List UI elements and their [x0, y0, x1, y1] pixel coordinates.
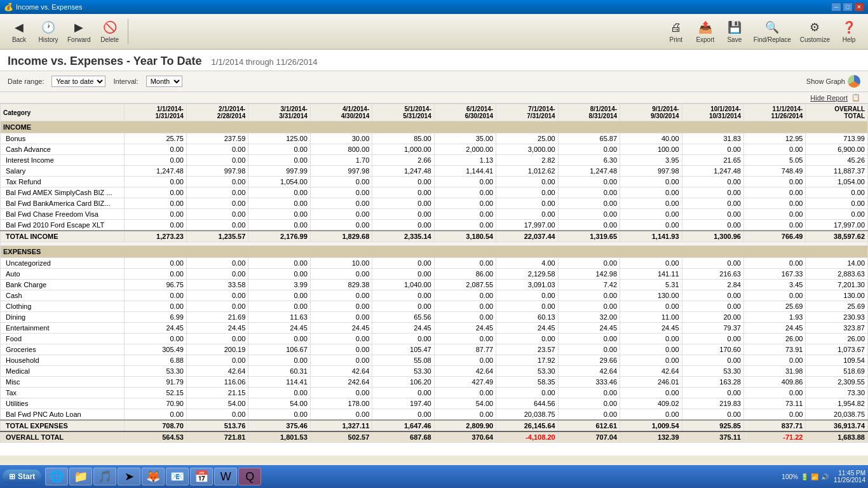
income-data-cell: 0.00: [434, 187, 496, 198]
income-data-cell: 0.00: [310, 187, 372, 198]
income-data-cell: 21.65: [682, 155, 743, 166]
expense-data-cell: 0.00: [248, 355, 310, 366]
expense-data-cell: 24.45: [434, 323, 496, 334]
income-data-cell: 0.00: [682, 198, 743, 209]
income-data-cell: 0.00: [434, 177, 496, 187]
income-data-cell: 6.30: [558, 155, 620, 166]
expense-data-cell: 0.00: [558, 409, 620, 421]
expense-data-cell: 0.00: [558, 258, 620, 269]
expense-data-cell: 0.00: [372, 290, 434, 301]
income-data-cell: 0.00: [248, 155, 310, 166]
date-range-select[interactable]: Year to date: [51, 76, 105, 87]
total-expenses-cell: 1,647.46: [372, 420, 434, 431]
expense-data-cell: 91.79: [125, 377, 186, 388]
income-data-cell: 0.00: [372, 220, 434, 231]
total-income-cell: 3,180.54: [434, 231, 496, 242]
income-data-cell: 1,247.48: [125, 166, 186, 177]
total-income-cell: 1,273.23: [125, 231, 186, 242]
expense-data-cell: 42.64: [558, 366, 620, 377]
interval-select[interactable]: Month: [146, 76, 182, 87]
income-data-cell: 65.87: [558, 133, 620, 144]
total-income-row: TOTAL INCOME1,273.231,235.572,176.991,82…: [1, 231, 868, 242]
maximize-button[interactable]: □: [843, 3, 853, 11]
income-data-cell: 3,000.00: [496, 144, 558, 155]
income-category-cell: Interest Income: [1, 155, 125, 166]
expense-data-cell: 0.00: [310, 301, 372, 312]
find-replace-button[interactable]: 🔍 Find/Replace: [750, 17, 795, 46]
expense-data-cell: 6.99: [125, 312, 186, 323]
history-button[interactable]: 🕐 History: [34, 17, 62, 46]
expense-data-cell: 0.00: [186, 258, 248, 269]
total-income-cell: 22,037.44: [496, 231, 558, 242]
expense-row: Dining6.9921.6911.630.0065.560.0060.1332…: [1, 312, 868, 323]
income-data-cell: 125.00: [248, 133, 310, 144]
expense-data-cell: 0.00: [125, 334, 186, 344]
expense-data-cell: 53.30: [496, 366, 558, 377]
show-graph-button[interactable]: Show Graph: [806, 75, 860, 88]
expense-data-cell: 323.87: [806, 323, 868, 334]
expense-data-cell: 24.45: [310, 323, 372, 334]
hide-report-button[interactable]: Hide Report: [810, 94, 848, 102]
expenses-section-header: EXPENSES: [1, 246, 868, 258]
expense-data-cell: 0.00: [434, 355, 496, 366]
income-data-cell: 2.82: [496, 155, 558, 166]
income-data-cell: 997.98: [186, 166, 248, 177]
income-category-cell: Bal Fwd AMEX SimplyCash BIZ ...: [1, 187, 125, 198]
income-data-cell: 0.00: [743, 209, 805, 220]
income-data-cell: 1,012.62: [496, 166, 558, 177]
income-data-cell: 2,000.00: [434, 144, 496, 155]
income-data-cell: 2.66: [372, 155, 434, 166]
expense-data-cell: 53.30: [372, 366, 434, 377]
help-button[interactable]: ❓ Help: [835, 17, 863, 46]
forward-button[interactable]: ▶ Forward: [64, 17, 95, 46]
customize-button[interactable]: ⚙ Customize: [796, 17, 834, 46]
expense-data-cell: 0.00: [682, 334, 743, 344]
save-button[interactable]: 💾 Save: [721, 17, 749, 46]
income-category-cell: Cash Advance: [1, 144, 125, 155]
income-data-cell: 0.00: [558, 198, 620, 209]
total-expenses-cell: 513.76: [186, 420, 248, 431]
minimize-button[interactable]: ─: [831, 3, 841, 11]
expense-data-cell: 0.00: [496, 290, 558, 301]
expense-data-cell: 17.92: [496, 355, 558, 366]
overall-total-cell: 502.57: [310, 431, 372, 443]
expense-data-cell: 0.00: [743, 290, 805, 301]
income-data-cell: 0.00: [743, 177, 805, 187]
income-data-cell: 25.00: [496, 133, 558, 144]
income-data-cell: 0.00: [125, 220, 186, 231]
back-button[interactable]: ◀ Back: [5, 17, 33, 46]
expense-data-cell: 427.49: [434, 377, 496, 388]
expense-data-cell: 0.00: [372, 334, 434, 344]
expense-data-cell: 5.31: [620, 280, 682, 290]
expense-row: Medical53.3042.6460.3142.6453.3042.6453.…: [1, 366, 868, 377]
income-data-cell: 800.00: [310, 144, 372, 155]
back-icon: ◀: [11, 20, 27, 35]
overall-total-cell: 1,683.88: [806, 431, 868, 443]
expense-data-cell: 32.00: [558, 312, 620, 323]
income-data-cell: 0.00: [743, 198, 805, 209]
expense-data-cell: 0.00: [310, 355, 372, 366]
expense-data-cell: 24.45: [125, 323, 186, 334]
total-expenses-cell: 1,327.11: [310, 420, 372, 431]
expense-data-cell: 54.00: [434, 398, 496, 409]
expense-data-cell: 42.64: [310, 366, 372, 377]
expense-category-cell: Entertainment: [1, 323, 125, 334]
income-data-cell: 1,247.48: [558, 166, 620, 177]
report-settings-icon[interactable]: 📋: [851, 93, 860, 102]
income-data-cell: 1.13: [434, 155, 496, 166]
income-expenses-table: Category 1/1/2014-1/31/2014 2/1/2014-2/2…: [0, 104, 868, 443]
print-button[interactable]: 🖨 Print: [662, 17, 690, 46]
export-button[interactable]: 📤 Export: [691, 17, 719, 46]
delete-button[interactable]: 🚫 Delete: [96, 17, 124, 46]
income-data-cell: 0.00: [186, 144, 248, 155]
total-income-cell: 1,829.68: [310, 231, 372, 242]
expense-data-cell: 0.00: [620, 355, 682, 366]
col-header-total: OVERALLTOTAL: [806, 104, 868, 121]
income-data-cell: 0.00: [743, 220, 805, 231]
overall-total-cell: -4,108.20: [496, 431, 558, 443]
income-data-cell: 0.00: [620, 187, 682, 198]
app-icon: 💰: [4, 3, 13, 11]
expense-data-cell: 24.45: [372, 323, 434, 334]
close-button[interactable]: ✕: [854, 3, 864, 11]
income-data-cell: 0.00: [125, 177, 186, 187]
